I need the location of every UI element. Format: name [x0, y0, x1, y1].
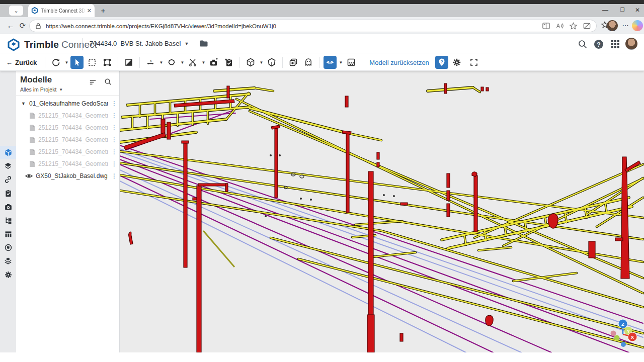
sort-icon[interactable] [89, 78, 97, 86]
sidebar-item-extensions[interactable] [0, 268, 16, 281]
model-label: 251215_704434_Geometri... [38, 136, 108, 143]
kebab-menu-icon[interactable]: ⋮ [111, 172, 116, 179]
kebab-menu-icon[interactable]: ⋮ [111, 160, 116, 167]
app-logo[interactable]: Trimble Connect [7, 38, 97, 51]
settings-button[interactable] [450, 56, 463, 69]
ellipse-dropdown[interactable]: ▼ [180, 60, 185, 65]
panel-search-icon[interactable] [104, 77, 112, 86]
apps-grid-icon[interactable] [610, 39, 621, 50]
clip-plane-button[interactable] [186, 56, 199, 69]
gallery-button[interactable] [287, 56, 300, 69]
fullscreen-button[interactable] [467, 56, 480, 69]
close-button[interactable]: ✕ [630, 5, 644, 16]
select-tool-button[interactable] [70, 56, 84, 69]
maximize-button[interactable]: ❐ [615, 5, 630, 16]
kebab-menu-icon[interactable]: ⋮ [111, 136, 116, 143]
caret-down-icon[interactable]: ▼ [21, 101, 26, 106]
kebab-menu-icon[interactable]: ⋮ [111, 100, 116, 107]
axis-dot-negx[interactable] [611, 331, 616, 336]
folder-icon[interactable] [199, 40, 208, 47]
file-icon [29, 160, 35, 167]
model-row[interactable]: 251215_704434_Geometri... ⋮ [16, 110, 119, 122]
invert-selection-button[interactable] [122, 56, 135, 69]
move-tool-button[interactable]: x [144, 56, 157, 69]
ground-plane-button[interactable] [345, 56, 358, 69]
reset-model-link[interactable]: Modell zurücksetzen [369, 59, 429, 66]
sidebar-item-layers[interactable] [0, 159, 16, 172]
new-tab-button[interactable]: + [99, 6, 108, 15]
clip-dropdown[interactable]: ▼ [201, 60, 206, 65]
sidebar-item-todos[interactable] [0, 187, 16, 200]
polygon-select-button[interactable] [101, 56, 114, 69]
axis-dot-negz[interactable] [621, 342, 626, 347]
marquee-select-button[interactable] [86, 56, 99, 69]
svg-text:x: x [150, 59, 152, 62]
browser-back-button[interactable]: ← [5, 20, 16, 31]
model-tree: ▼ 01_Gleisaufnahme GedoScan ⋮ 251215_704… [16, 98, 119, 182]
model-row[interactable]: 251215_704434_Geometri... ⋮ [16, 134, 119, 146]
favorite-star-icon[interactable] [569, 22, 578, 30]
axis-gizmo[interactable]: Y X Z [611, 319, 637, 347]
move-dropdown[interactable]: ▼ [158, 60, 164, 65]
url-text: https://web.connect.trimble.com/projects… [46, 23, 537, 29]
view-dropdown[interactable]: ▼ [259, 60, 264, 65]
tab-title: Trimble Connect 3D-Viewer - 704 [41, 8, 86, 14]
model-row-visible[interactable]: GX50_StJakob_Basel.dwg ⋮ [16, 170, 119, 182]
read-aloud-icon[interactable]: A [555, 22, 564, 30]
viewport-3d[interactable]: Y X Z [120, 71, 644, 352]
orbit-dropdown[interactable]: ▼ [64, 60, 69, 65]
3d-model-canvas[interactable]: Y X Z [120, 71, 644, 352]
model-group-row[interactable]: ▼ 01_Gleisaufnahme GedoScan ⋮ [16, 98, 119, 110]
help-icon[interactable]: ? [593, 39, 604, 50]
search-icon[interactable] [577, 39, 588, 50]
snapshot-button[interactable] [207, 56, 220, 69]
screen: { "browser": { "tab_title": "Trimble Con… [0, 0, 644, 362]
tables-icon [4, 230, 13, 238]
browser-tab[interactable]: Trimble Connect 3D-Viewer - 704 ✕ [28, 4, 95, 17]
small-loops [284, 173, 304, 189]
markup-todo-button[interactable] [222, 56, 235, 69]
location-pin-button[interactable]: ? [435, 56, 448, 69]
model-row[interactable]: 251215_704434_Geometri... ⋮ [16, 158, 119, 170]
window-titlebar [0, 0, 644, 4]
browser-refresh-button[interactable]: ⟳ [17, 20, 28, 31]
tab-close-icon[interactable]: ✕ [87, 8, 92, 14]
tab-search-button[interactable]: ⌄ [9, 6, 23, 16]
view-cube-button[interactable] [244, 56, 257, 69]
address-bar[interactable]: https://web.connect.trimble.com/projects… [29, 20, 597, 32]
more-menu-icon[interactable]: ⋯ [620, 20, 631, 31]
ghost-mode-button[interactable] [302, 56, 315, 69]
kebab-menu-icon[interactable]: ⋮ [111, 148, 116, 155]
ellipse-markup-button[interactable] [165, 56, 178, 69]
sidebar-item-views[interactable] [0, 200, 16, 213]
views-camera-icon [4, 203, 13, 211]
user-avatar[interactable] [625, 38, 637, 50]
sidebar-item-stacks[interactable] [0, 254, 16, 267]
sidebar-item-links[interactable] [0, 173, 16, 186]
model-row[interactable]: 251215_704434_Geometri... ⋮ [16, 146, 119, 158]
file-icon [29, 136, 35, 143]
shaded-view-button[interactable] [265, 56, 278, 69]
scope-filter[interactable]: Alles im Projekt ▼ [20, 86, 63, 93]
kebab-menu-icon[interactable]: ⋮ [111, 112, 116, 119]
kebab-menu-icon[interactable]: ⋮ [111, 124, 116, 131]
sidebar-item-tables[interactable] [0, 227, 16, 240]
copilot-icon[interactable] [632, 20, 643, 31]
visibility-button[interactable] [324, 56, 337, 69]
axis-dot-negy[interactable] [614, 335, 620, 341]
web-capture-icon[interactable] [583, 22, 591, 30]
sidebar-item-globe[interactable] [0, 241, 16, 254]
eye-icon[interactable] [25, 173, 33, 179]
visibility-dropdown[interactable]: ▼ [338, 60, 343, 65]
project-selector[interactable]: 704434.0_BVB St. Jakob Basel ▼ [90, 40, 208, 47]
back-button[interactable]: ← Zurück [6, 59, 37, 66]
minimize-button[interactable]: — [598, 5, 613, 16]
olive-strut [203, 231, 234, 267]
sidebar-item-hierarchy[interactable] [0, 214, 16, 227]
orbit-tool-button[interactable] [49, 56, 62, 69]
model-row[interactable]: 251215_704434_Geometri... ⋮ [16, 122, 119, 134]
split-screen-icon[interactable] [542, 22, 550, 30]
back-label: Zurück [15, 59, 37, 66]
sidebar-item-models[interactable] [0, 146, 16, 159]
profile-avatar[interactable] [607, 20, 618, 31]
